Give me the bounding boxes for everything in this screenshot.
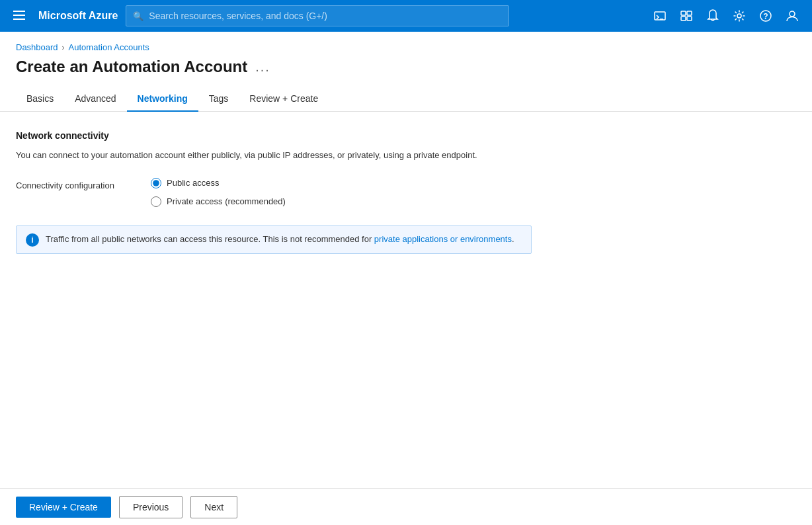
azure-logo: Microsoft Azure — [38, 10, 118, 22]
section-description: You can connect to your automation accou… — [16, 149, 796, 162]
info-message: Traffic from all public networks can acc… — [46, 233, 514, 246]
connectivity-config-row: Connectivity configuration Public access… — [16, 178, 796, 207]
breadcrumb-dashboard[interactable]: Dashboard — [16, 42, 58, 52]
nav-icon-group: ? — [648, 4, 804, 28]
svg-text:?: ? — [763, 12, 768, 21]
radio-private-access[interactable]: Private access (recommended) — [151, 196, 286, 207]
profile-icon[interactable] — [780, 4, 804, 28]
bottom-bar: Review + Create Previous Next — [0, 488, 812, 525]
svg-rect-2 — [13, 19, 25, 20]
breadcrumb-automation-accounts[interactable]: Automation Accounts — [69, 42, 149, 52]
tab-networking[interactable]: Networking — [127, 87, 198, 112]
breadcrumb: Dashboard › Automation Accounts — [0, 32, 812, 52]
search-input[interactable] — [149, 11, 502, 21]
main-container: Dashboard › Automation Accounts Create a… — [0, 32, 812, 525]
settings-icon[interactable] — [727, 4, 751, 28]
svg-point-12 — [790, 11, 795, 17]
svg-rect-8 — [687, 17, 692, 20]
info-text-1: Traffic from all public networks can acc… — [46, 234, 374, 244]
private-apps-link[interactable]: private applications or environments — [374, 234, 512, 244]
tab-review-create[interactable]: Review + Create — [239, 87, 329, 112]
svg-point-9 — [737, 14, 741, 18]
radio-private-input[interactable] — [151, 196, 161, 207]
svg-rect-5 — [681, 11, 686, 15]
tab-bar: Basics Advanced Networking Tags Review +… — [0, 87, 812, 112]
top-navigation: Microsoft Azure 🔍 — [0, 0, 812, 32]
connectivity-label: Connectivity configuration — [16, 178, 135, 190]
radio-public-label: Public access — [167, 178, 219, 188]
search-bar[interactable]: 🔍 — [126, 5, 509, 26]
page-options-ellipsis[interactable]: ... — [255, 60, 270, 75]
svg-rect-0 — [13, 11, 25, 12]
info-box: i Traffic from all public networks can a… — [16, 225, 532, 254]
notifications-icon[interactable] — [701, 4, 725, 28]
breadcrumb-sep-1: › — [62, 43, 65, 52]
info-icon: i — [26, 233, 39, 247]
tab-advanced[interactable]: Advanced — [64, 87, 126, 112]
page-title: Create an Automation Account — [16, 58, 247, 76]
hamburger-menu[interactable] — [8, 7, 30, 26]
radio-private-label: Private access (recommended) — [167, 196, 286, 206]
tab-basics[interactable]: Basics — [16, 87, 64, 112]
svg-rect-3 — [655, 12, 665, 20]
content-area: Network connectivity You can connect to … — [0, 112, 812, 272]
tab-tags[interactable]: Tags — [198, 87, 239, 112]
svg-rect-7 — [681, 17, 686, 20]
connectivity-radio-group: Public access Private access (recommende… — [151, 178, 286, 207]
next-button[interactable]: Next — [190, 496, 237, 518]
radio-public-access[interactable]: Public access — [151, 178, 286, 188]
section-title: Network connectivity — [16, 130, 796, 141]
info-text-2: . — [512, 234, 514, 244]
cloud-shell-icon[interactable] — [648, 4, 672, 28]
help-icon[interactable]: ? — [754, 4, 778, 28]
previous-button[interactable]: Previous — [119, 496, 183, 518]
svg-rect-1 — [13, 15, 25, 16]
review-create-button[interactable]: Review + Create — [16, 497, 111, 518]
radio-public-input[interactable] — [151, 178, 161, 188]
directory-icon[interactable] — [674, 4, 698, 28]
search-icon: 🔍 — [133, 11, 143, 21]
page-title-row: Create an Automation Account ... — [0, 52, 812, 87]
svg-rect-6 — [687, 11, 692, 15]
